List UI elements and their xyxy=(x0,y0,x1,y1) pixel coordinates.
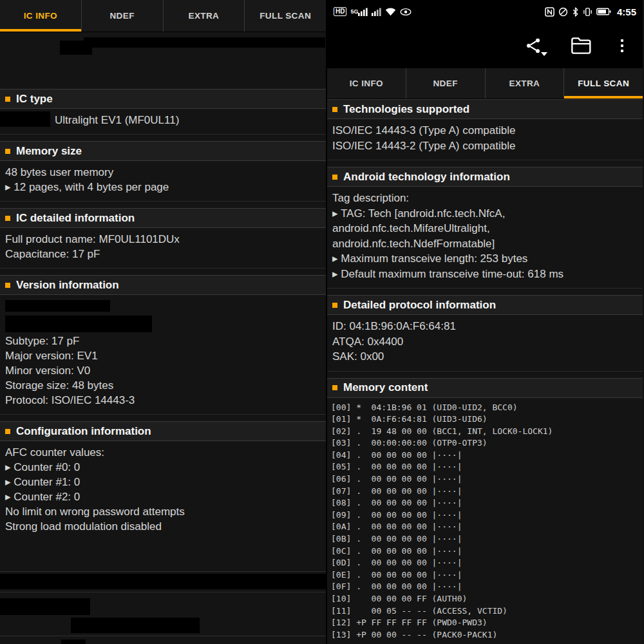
status-left-icons: HD 5G xyxy=(334,7,412,16)
overflow-dot-icon xyxy=(621,39,623,42)
section-header: Android technology information xyxy=(327,167,643,187)
divider xyxy=(0,571,326,572)
section-title: Version information xyxy=(16,279,119,292)
redaction xyxy=(60,41,92,55)
info-line: Storage size: 48 bytes xyxy=(5,378,321,393)
memory-line: [06] . 00 00 00 00 |····| xyxy=(331,473,639,486)
redaction xyxy=(5,316,152,332)
action-bar xyxy=(327,23,643,68)
memory-line: [08] . 00 00 00 00 |····| xyxy=(331,497,639,509)
wifi-icon xyxy=(385,7,396,16)
memory-line: [0D] . 00 00 00 00 |····| xyxy=(331,557,639,569)
info-line: Major version: EV1 xyxy=(5,348,321,363)
eye-protection-icon xyxy=(400,8,412,16)
section-title: IC type xyxy=(16,93,53,106)
sak-value: SAK: 0x00 xyxy=(332,349,638,365)
open-file-button[interactable] xyxy=(571,37,592,55)
memory-line: [00] * 04:1B:96 01 (UID0-UID2, BCC0) xyxy=(331,402,639,414)
section-header: Memory content xyxy=(327,378,643,398)
section-body: AFC counter values: ▸ Counter #0: 0 ▸ Co… xyxy=(0,441,326,540)
info-line: AFC counter values: xyxy=(5,445,321,460)
nfc-taginfo-screens: IC INFO NDEF EXTRA FULL SCAN IC type xyxy=(0,0,644,644)
section-title: Configuration information xyxy=(16,425,151,438)
section-version-info: Version information Subtype: 17 pF Major… xyxy=(0,275,326,415)
section-android-tech: Android technology information Tag descr… xyxy=(327,167,643,289)
section-title: Detailed protocol information xyxy=(343,299,496,312)
tab-label: IC INFO xyxy=(350,79,383,88)
section-body: ID: 04:1B:96:0A:F6:64:81 ATQA: 0x4400 SA… xyxy=(327,315,643,372)
redaction xyxy=(84,37,325,48)
tab-ic-info[interactable]: IC INFO xyxy=(0,0,82,32)
signal-strength-2-icon xyxy=(372,7,381,16)
info-line: No limit on wrong password attempts xyxy=(5,504,321,519)
memory-line: [05] . 00 00 00 00 |····| xyxy=(331,461,639,473)
section-header: Technologies supported xyxy=(327,99,643,119)
tab-ndef[interactable]: NDEF xyxy=(82,0,164,32)
section-bullet-icon xyxy=(5,149,10,154)
info-line: Capacitance: 17 pF xyxy=(5,247,321,261)
info-line: android.nfc.tech.MifareUltralight, xyxy=(332,221,638,236)
memory-line: [11] 00 05 -- -- (ACCESS, VCTID) xyxy=(331,605,639,618)
memory-line: [01] * 0A:F6:64:81 (UID3-UID6) xyxy=(331,413,639,426)
info-line: Protocol: ISO/IEC 14443-3 xyxy=(5,393,321,408)
info-line: Tag description: xyxy=(332,191,638,206)
info-line: ▸ Counter #2: 0 xyxy=(5,489,321,504)
tab-ic-info[interactable]: IC INFO xyxy=(327,68,406,99)
memory-line: [07] . 00 00 00 00 |····| xyxy=(331,486,639,498)
memory-line: [10] 00 00 00 FF (AUTH0) xyxy=(331,593,639,605)
redacted-rows xyxy=(5,299,321,334)
section-title: Technologies supported xyxy=(343,103,469,116)
tab-ndef[interactable]: NDEF xyxy=(406,68,486,99)
redaction xyxy=(61,639,86,644)
left-tab-bar: IC INFO NDEF EXTRA FULL SCAN xyxy=(0,0,326,32)
section-ic-detailed: IC detailed information Full product nam… xyxy=(0,208,326,269)
clock: 4:55 xyxy=(617,6,636,17)
tab-label: IC INFO xyxy=(24,11,57,21)
ic-info-panel: IC INFO NDEF EXTRA FULL SCAN IC type xyxy=(0,0,327,644)
section-bullet-icon xyxy=(332,303,337,308)
divider xyxy=(0,592,326,592)
nfc-icon xyxy=(545,7,554,17)
tab-label: NDEF xyxy=(433,79,457,88)
overflow-dot-icon xyxy=(621,50,623,52)
full-scan-panel: HD 5G xyxy=(327,0,643,644)
share-button[interactable] xyxy=(524,37,542,55)
tab-full-scan[interactable]: FULL SCAN xyxy=(245,0,326,32)
info-line: android.nfc.tech.NdefFormatable] xyxy=(332,236,638,252)
section-title: Android technology information xyxy=(343,171,510,184)
memory-line: [0C] . 00 00 00 00 |····| xyxy=(331,545,639,558)
memory-line: [09] . 00 00 00 00 |····| xyxy=(331,509,639,522)
info-line: ▸ Counter #0: 0 xyxy=(5,460,321,475)
section-header: Configuration information xyxy=(0,421,326,441)
section-technologies: Technologies supported ISO/IEC 14443-3 (… xyxy=(327,99,643,160)
vibrate-icon xyxy=(583,7,592,17)
redacted-header-area xyxy=(0,32,326,89)
tab-label: EXTRA xyxy=(509,79,540,88)
info-line: ▸ Counter #1: 0 xyxy=(5,475,321,489)
redacted-footer-area xyxy=(0,540,326,644)
section-header: Memory size xyxy=(0,141,326,161)
bluetooth-icon xyxy=(572,7,579,17)
tab-label: NDEF xyxy=(109,11,134,21)
info-line: 48 bytes user memory xyxy=(5,165,321,180)
section-memory-size: Memory size 48 bytes user memory ▸ 12 pa… xyxy=(0,141,326,202)
section-header: Version information xyxy=(0,275,326,295)
info-line: Subtype: 17 pF xyxy=(5,334,321,348)
memory-line: [02] . 19 48 00 00 (BCC1, INT, LOCK0-LOC… xyxy=(331,426,639,438)
battery-icon xyxy=(596,8,611,15)
section-title: IC detailed information xyxy=(16,212,135,225)
section-bullet-icon xyxy=(5,429,10,434)
section-header: IC type xyxy=(0,89,326,109)
overflow-dot-icon xyxy=(621,44,623,47)
section-bullet-icon xyxy=(5,216,10,221)
status-right-icons: 4:55 xyxy=(545,6,636,17)
redaction xyxy=(0,111,50,127)
section-bullet-icon xyxy=(332,385,337,390)
tab-full-scan[interactable]: FULL SCAN xyxy=(564,68,643,99)
tab-extra[interactable]: EXTRA xyxy=(486,68,565,99)
memory-dump: [00] * 04:1B:96 01 (UID0-UID2, BCC0) [01… xyxy=(327,398,643,643)
overflow-menu-button[interactable] xyxy=(621,39,623,52)
tab-extra[interactable]: EXTRA xyxy=(164,0,245,32)
section-ic-type: IC type Ultralight EV1 (MF0UL11) xyxy=(0,89,326,135)
redaction xyxy=(71,618,200,633)
